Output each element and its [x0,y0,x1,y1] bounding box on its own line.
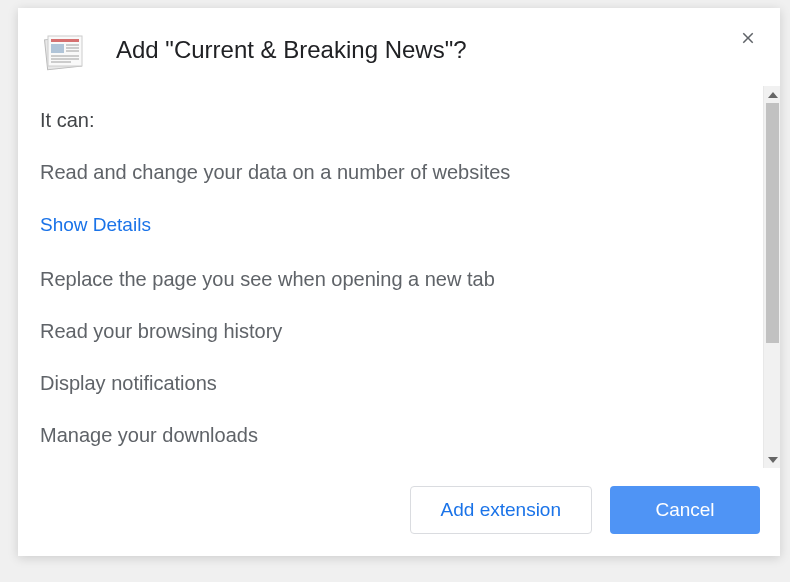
extension-icon [40,28,88,76]
svg-rect-9 [51,61,71,63]
permission-item: Read your browsing history [40,317,749,345]
close-button[interactable] [736,26,760,50]
dialog-footer: Add extension Cancel [18,468,780,556]
svg-rect-8 [51,58,79,60]
svg-rect-2 [51,39,79,42]
dialog-header: Add "Current & Breaking News"? [18,8,780,86]
close-icon [739,29,757,47]
cancel-button[interactable]: Cancel [610,486,760,534]
dialog-body-wrapper: It can: Read and change your data on a n… [18,86,780,468]
permission-item: Read and change your data on a number of… [40,158,749,186]
permission-item: Display notifications [40,369,749,397]
permission-item: Manage your downloads [40,421,749,449]
svg-rect-3 [51,44,64,53]
dialog-title: Add "Current & Breaking News"? [116,36,467,64]
scrollbar-down-icon[interactable] [764,451,780,468]
scrollbar-thumb[interactable] [766,103,779,343]
add-extension-button[interactable]: Add extension [410,486,592,534]
svg-rect-7 [51,55,79,57]
scrollbar-up-icon[interactable] [764,86,780,103]
show-details-link[interactable]: Show Details [40,212,151,239]
svg-rect-6 [66,50,79,52]
scrollbar[interactable] [763,86,780,468]
permissions-intro: It can: [40,106,749,134]
extension-install-dialog: Add "Current & Breaking News"? It can: R… [18,8,780,556]
svg-rect-4 [66,44,79,46]
dialog-body: It can: Read and change your data on a n… [18,86,763,468]
permission-item: Replace the page you see when opening a … [40,265,749,293]
svg-rect-5 [66,47,79,49]
